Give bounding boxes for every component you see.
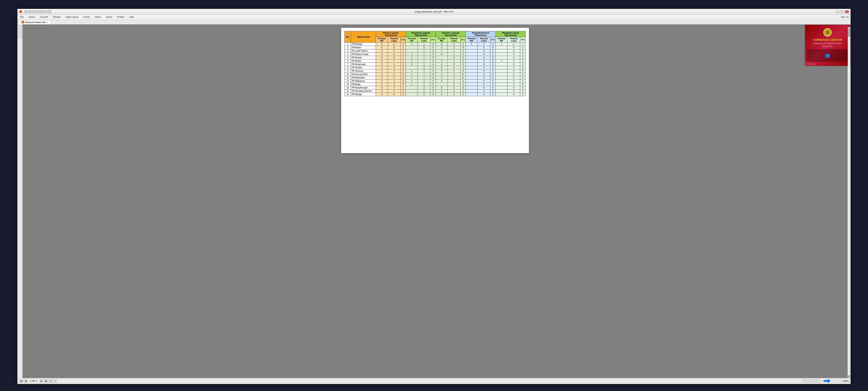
table-cell: 2 xyxy=(507,43,520,46)
new-icon[interactable] xyxy=(24,10,28,13)
zoom-minus-icon[interactable]: − xyxy=(821,380,822,382)
table-cell: 0 xyxy=(400,89,406,92)
close-button[interactable]: ✕ xyxy=(845,10,849,13)
menu-file[interactable]: File xyxy=(19,15,25,19)
maximize-button[interactable]: □ xyxy=(840,10,844,13)
application-window: rekap pemetaan p3k.pdf - Nitro Pro − □ ✕… xyxy=(17,9,851,384)
table-cell: 4 xyxy=(388,89,400,92)
menu-help[interactable]: Help xyxy=(128,15,135,19)
table-cell: 5 xyxy=(376,92,388,96)
tab-bar: P rekap pemetaan p3k ✕ xyxy=(18,20,850,24)
table-cell: 0 xyxy=(430,83,436,86)
row-no: 1 xyxy=(345,43,351,46)
tab-close-icon[interactable]: ✕ xyxy=(47,21,49,23)
table-cell xyxy=(466,62,477,66)
table-cell: 0 xyxy=(477,69,490,73)
table-cell: 3 xyxy=(436,92,447,96)
table-cell: 4 xyxy=(447,79,460,83)
menu-erase[interactable]: Erase xyxy=(105,15,113,19)
sidebar-btn-2[interactable] xyxy=(18,30,22,34)
stop-button[interactable]: ○ xyxy=(54,379,57,383)
zoom-plus-icon[interactable]: + xyxy=(841,380,842,382)
document-tab[interactable]: P rekap pemetaan p3k ✕ xyxy=(19,20,51,24)
table-cell: 0 xyxy=(477,56,490,59)
save-icon[interactable] xyxy=(32,10,35,13)
table-row: 7PA Simalungun22031-23300000 xyxy=(345,62,526,66)
table-cell: 0 xyxy=(507,66,520,69)
table-row: 15PA Pematang Siantar4400054-10000 xyxy=(345,89,526,92)
table-cell: 6 xyxy=(376,46,388,49)
table-cell: 1 xyxy=(400,59,406,62)
redo-icon[interactable] xyxy=(44,10,48,13)
view-grid-button[interactable] xyxy=(813,379,816,383)
table-cell: 0 xyxy=(490,56,496,59)
first-page-button[interactable]: |◀ xyxy=(19,379,23,383)
minimize-button[interactable]: − xyxy=(836,10,840,13)
tools-icon[interactable] xyxy=(48,10,51,13)
print-icon[interactable] xyxy=(36,10,39,13)
table-cell: 4 xyxy=(376,89,388,92)
col-satuan-header: Satuan Kerja xyxy=(351,31,376,43)
menu-home[interactable]: Home xyxy=(28,15,36,19)
table-cell: 2 xyxy=(376,73,388,76)
table-cell: 3 xyxy=(406,62,418,66)
row-no: 13 xyxy=(345,83,351,86)
menu-convert[interactable]: Convert xyxy=(39,15,49,19)
table-cell: 4 xyxy=(447,89,460,92)
scroll-thumb[interactable] xyxy=(848,28,850,36)
pdf-viewer[interactable]: No. Satuan Kerja Penata Layanan Operasio… xyxy=(23,24,847,378)
table-cell: 1 xyxy=(418,52,430,56)
table-cell: 0 xyxy=(520,89,526,92)
content-area: No. Satuan Kerja Penata Layanan Operasio… xyxy=(18,24,850,378)
table-cell: 0 xyxy=(520,86,526,89)
view-continuous-button[interactable] xyxy=(809,379,813,383)
last-page-button[interactable]: ▶| xyxy=(44,379,48,383)
table-cell: 5 xyxy=(388,92,400,96)
table-cell xyxy=(466,73,477,76)
table-cell: 0 xyxy=(460,49,466,52)
row-no: 3 xyxy=(345,49,351,52)
table-cell: 0 xyxy=(507,69,520,73)
menu-forms[interactable]: Forms xyxy=(83,15,91,19)
play-button[interactable]: ● xyxy=(49,379,53,383)
menu-review[interactable]: Review xyxy=(52,15,61,19)
sidebar-btn-3[interactable] xyxy=(18,34,22,38)
vertical-scrollbar[interactable]: ▲ ▼ xyxy=(847,24,850,378)
menu-protect[interactable]: Protect xyxy=(116,15,125,19)
table-cell: 1 xyxy=(406,73,418,76)
view-double-button[interactable] xyxy=(806,379,809,383)
sign-up-button[interactable]: Sign Up xyxy=(841,16,849,18)
undo-icon[interactable] xyxy=(40,10,43,13)
scroll-down-button[interactable]: ▼ xyxy=(847,375,850,378)
table-cell: 3 xyxy=(447,62,460,66)
table-cell xyxy=(466,59,477,62)
table-cell xyxy=(496,46,507,49)
prev-page-button[interactable]: ◀ xyxy=(24,379,28,383)
table-cell: 0 xyxy=(520,92,526,96)
table-cell: 0 xyxy=(490,69,496,73)
table-cell: 0 xyxy=(520,69,526,73)
table-cell: 0 xyxy=(418,92,430,96)
table-cell xyxy=(466,89,477,92)
table-cell: 3 xyxy=(436,59,447,62)
table-cell: 0 xyxy=(430,56,436,59)
table-cell xyxy=(496,56,507,59)
menu-page-layout[interactable]: Page Layout xyxy=(65,15,79,19)
table-cell: 1 xyxy=(418,69,430,73)
table-cell: 0 xyxy=(430,69,436,73)
table-cell: 0 xyxy=(507,83,520,86)
view-single-button[interactable] xyxy=(802,379,805,383)
table-cell: 1 xyxy=(418,62,430,66)
sidebar-btn-1[interactable] xyxy=(18,25,22,29)
table-cell xyxy=(466,69,477,73)
menu-share[interactable]: Share xyxy=(94,15,102,19)
next-page-button[interactable]: ▶ xyxy=(40,379,43,383)
group4-header: Pengadministrasi Perkantoran xyxy=(466,31,496,37)
table-cell: 0 xyxy=(490,52,496,56)
zoom-slider[interactable] xyxy=(823,379,840,383)
view-read-button[interactable] xyxy=(817,379,820,383)
table-row: 8PA Pandan4400054-10000 xyxy=(345,66,526,69)
open-icon[interactable] xyxy=(28,10,32,13)
scroll-track[interactable] xyxy=(848,27,850,375)
table-cell: 0 xyxy=(507,86,520,89)
